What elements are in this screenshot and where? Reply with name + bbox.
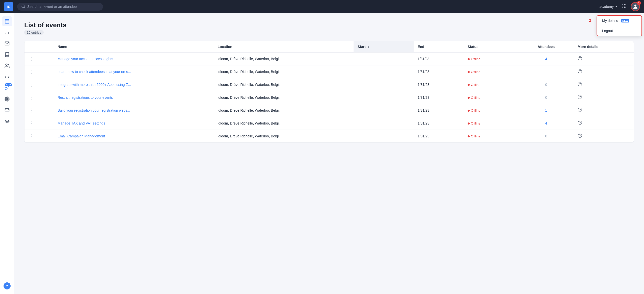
attendees-count: 0 — [545, 95, 547, 100]
row-menu-button[interactable]: ⋮ — [29, 82, 35, 87]
event-name-link[interactable]: Learn how to check attendees in at your … — [58, 70, 131, 74]
logo: id — [4, 2, 13, 11]
col-name-header: Name — [53, 41, 213, 53]
status-dot — [468, 84, 470, 86]
col-details-header: More details — [574, 41, 634, 53]
row-status: Offline — [464, 53, 519, 65]
status-dot — [468, 97, 470, 99]
user-icon — [633, 4, 638, 9]
table-row: ⋮ Restrict registrations to your events … — [24, 91, 634, 104]
row-menu-button[interactable]: ⋮ — [29, 56, 35, 61]
row-name: Learn how to check attendees in at your … — [53, 65, 213, 78]
svg-point-8 — [623, 7, 623, 8]
row-end: 1/31/23 — [414, 130, 464, 143]
dropdown-menu-container: 2 My details NEW Logout — [597, 13, 644, 36]
col-start-header[interactable]: Start ↓ — [354, 41, 414, 53]
logout-item[interactable]: Logout — [597, 26, 641, 36]
details-icon[interactable] — [578, 96, 582, 100]
row-start — [354, 130, 414, 143]
details-icon[interactable] — [578, 83, 582, 87]
row-attendees: 0 — [519, 130, 574, 143]
svg-point-7 — [626, 6, 626, 6]
status-text: Offline — [471, 134, 480, 138]
row-start — [354, 53, 414, 65]
table-row: ⋮ Manage your account access rights idlo… — [24, 53, 634, 65]
academy-button[interactable]: academy — [599, 5, 618, 9]
details-icon[interactable] — [578, 121, 582, 126]
row-attendees: 4 — [519, 53, 574, 65]
row-name: Manage TAX and VAT settings — [53, 117, 213, 130]
details-icon[interactable] — [578, 70, 582, 74]
sidebar-item-campaigns[interactable] — [2, 105, 12, 115]
row-name: Restrict registrations to your events — [53, 91, 213, 104]
details-icon[interactable] — [578, 57, 582, 61]
row-name: Integrate with more than 5000+ Apps usin… — [53, 78, 213, 91]
status-text: Offline — [471, 96, 480, 100]
row-menu-button[interactable]: ⋮ — [29, 134, 35, 139]
row-attendees: 0 — [519, 78, 574, 91]
chart-icon — [5, 30, 10, 35]
row-name: Email Campaign Management — [53, 130, 213, 143]
sidebar-item-developer[interactable] — [2, 72, 12, 82]
row-end: 1/31/23 — [414, 104, 464, 117]
status-dot — [468, 58, 470, 60]
event-name-link[interactable]: Integrate with more than 5000+ Apps usin… — [58, 83, 131, 87]
row-menu-button[interactable]: ⋮ — [29, 121, 35, 126]
row-actions: ⋮ — [24, 130, 53, 143]
table-row: ⋮ Manage TAX and VAT settings idloom, Dr… — [24, 117, 634, 130]
event-name-link[interactable]: Email Campaign Management — [58, 134, 105, 138]
svg-point-3 — [624, 4, 625, 5]
sidebar-item-calendar[interactable] — [2, 16, 12, 26]
row-end: 1/31/23 — [414, 117, 464, 130]
mail-icon — [5, 108, 10, 113]
attendees-count: 1 — [545, 108, 547, 112]
chevron-down-icon — [615, 5, 618, 8]
my-details-item[interactable]: My details NEW — [597, 16, 641, 26]
code-icon — [5, 74, 10, 79]
details-icon[interactable] — [578, 109, 582, 113]
svg-point-30 — [580, 85, 580, 85]
event-name-link[interactable]: Build your registration your registratio… — [58, 108, 130, 112]
svg-point-9 — [624, 7, 625, 8]
row-actions: ⋮ — [24, 65, 53, 78]
event-name-link[interactable]: Restrict registrations to your events — [58, 95, 113, 100]
page-header: List of events 16 entries Filter — [24, 21, 634, 35]
row-attendees: 4 — [519, 117, 574, 130]
col-location-header: Location — [213, 41, 354, 53]
row-location: idloom, Drève Richelle, Waterloo, Belgi.… — [213, 104, 354, 117]
row-actions: ⋮ — [24, 78, 53, 91]
grid-icon[interactable] — [622, 4, 627, 10]
events-table: Name Location Start ↓ End Status Attende… — [24, 41, 634, 142]
event-name-link[interactable]: Manage your account access rights — [58, 57, 113, 61]
row-end: 1/31/23 — [414, 53, 464, 65]
row-menu-button[interactable]: ⋮ — [29, 108, 35, 113]
book-icon — [5, 52, 10, 57]
status-text: Offline — [471, 70, 480, 74]
sidebar-item-analytics[interactable] — [2, 27, 12, 37]
row-menu-button[interactable]: ⋮ — [29, 69, 35, 74]
row-menu-button[interactable]: ⋮ — [29, 95, 35, 100]
sidebar-item-settings[interactable] — [2, 94, 12, 104]
row-location: idloom, Drève Richelle, Waterloo, Belgi.… — [213, 53, 354, 65]
row-attendees: 0 — [519, 91, 574, 104]
details-icon[interactable] — [578, 134, 582, 139]
events-table-container: Name Location Start ↓ End Status Attende… — [24, 41, 634, 143]
col-attendees-header: Attendees — [519, 41, 574, 53]
row-location: idloom, Drève Richelle, Waterloo, Belgi.… — [213, 65, 354, 78]
topnav-right: academy 1 — [599, 2, 640, 11]
avatar-container: 1 — [631, 2, 640, 11]
event-name-link[interactable]: Manage TAX and VAT settings — [58, 121, 105, 125]
sidebar-item-access[interactable]: NEW — [2, 83, 12, 93]
row-details — [574, 130, 634, 143]
sidebar-item-resources[interactable] — [2, 50, 12, 60]
sidebar-item-email[interactable] — [2, 38, 12, 48]
sidebar-item-users[interactable] — [2, 61, 12, 71]
sidebar-item-academy[interactable] — [2, 116, 12, 126]
svg-point-38 — [580, 136, 580, 137]
topnav: id Search an event or an attendee academ… — [0, 0, 644, 13]
status-text: Offline — [471, 83, 480, 87]
sidebar: NEW ? — [0, 13, 14, 151]
search-bar[interactable]: Search an event or an attendee — [17, 3, 103, 11]
status-dot — [468, 135, 470, 137]
row-status: Offline — [464, 117, 519, 130]
